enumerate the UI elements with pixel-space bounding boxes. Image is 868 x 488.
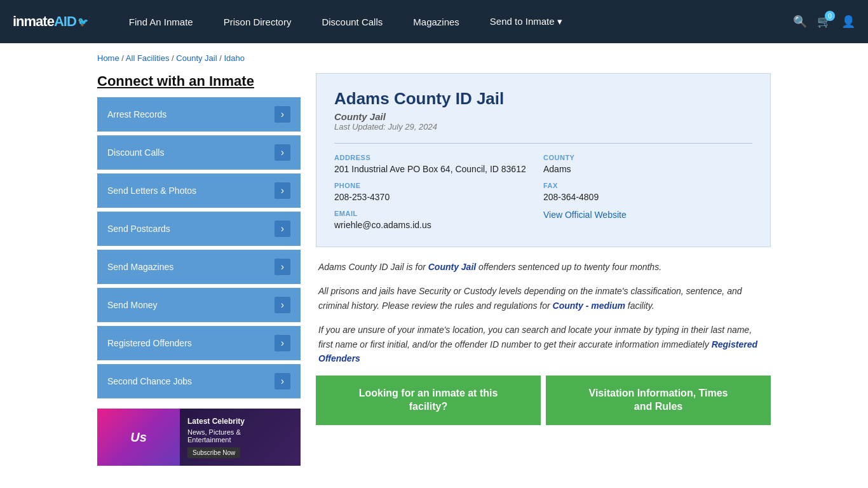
sidebar-btn-label: Arrest Records	[107, 109, 166, 119]
search-icon[interactable]: 🔍	[793, 15, 807, 29]
sidebar-btn-arrow-icon: ›	[275, 259, 290, 275]
breadcrumb-home[interactable]: Home	[97, 53, 119, 63]
phone-label: PHONE	[334, 182, 543, 189]
facility-title: Adams County ID Jail	[334, 89, 752, 109]
county-medium-link[interactable]: County - medium	[553, 301, 625, 311]
desc-para2-after: facility.	[625, 301, 654, 311]
sidebar-btn-arrow-icon: ›	[275, 106, 290, 123]
sidebar-ad[interactable]: Us Latest Celebrity News, Pictures & Ent…	[97, 409, 301, 466]
sidebar-ad-text: Latest Celebrity News, Pictures & Entert…	[180, 412, 252, 463]
facility-col-right: COUNTY Adams FAX 208-364-4809 View Offic…	[543, 154, 752, 231]
logo-inmate: inmate	[13, 13, 54, 29]
fax-value: 208-364-4809	[543, 192, 752, 202]
desc-para2: All prisons and jails have Security or C…	[318, 284, 768, 313]
right-content: Adams County ID Jail County Jail Last Up…	[316, 73, 771, 466]
email-value: wriehle@co.adams.id.us	[334, 220, 543, 230]
desc-para3: If you are unsure of your inmate's locat…	[318, 323, 768, 365]
facility-updated: Last Updated: July 29, 2024	[334, 122, 752, 132]
county-jail-link[interactable]: County Jail	[428, 262, 476, 272]
sidebar-btn-arrow-icon: ›	[275, 373, 290, 390]
sidebar-btn-arrow-icon: ›	[275, 220, 290, 237]
sidebar-btn-second-chance[interactable]: Second Chance Jobs ›	[97, 364, 301, 398]
sidebar-btn-registered-offenders[interactable]: Registered Offenders ›	[97, 326, 301, 360]
cart-icon[interactable]: 🛒 0	[817, 15, 831, 29]
breadcrumb-all-facilities[interactable]: All Facilities	[126, 53, 170, 63]
sidebar-ad-line3: Entertainment	[187, 436, 245, 444]
nav-prison-directory[interactable]: Prison Directory	[208, 0, 307, 43]
visitation-information-button[interactable]: Visitation Information, Times and Rules	[546, 376, 771, 425]
sidebar-btn-send-money[interactable]: Send Money ›	[97, 288, 301, 322]
email-label: EMAIL	[334, 210, 543, 217]
navbar: inmateAID 🐦 Find An Inmate Prison Direct…	[0, 0, 868, 43]
sidebar-btn-label: Send Magazines	[107, 262, 173, 272]
user-icon[interactable]: 👤	[841, 15, 855, 29]
facility-col-left: ADDRESS 201 Industrial Ave PO Box 64, Co…	[334, 154, 543, 231]
btn1-line2: facility?	[409, 401, 447, 412]
sidebar-ad-line1: Latest Celebrity	[187, 417, 245, 426]
logo[interactable]: inmateAID 🐦	[13, 13, 88, 30]
sidebar-btn-send-letters[interactable]: Send Letters & Photos ›	[97, 173, 301, 208]
sidebar: Connect with an Inmate Arrest Records › …	[97, 73, 301, 466]
sidebar-title: Connect with an Inmate	[97, 73, 301, 90]
facility-card: Adams County ID Jail County Jail Last Up…	[316, 73, 771, 247]
btn1-line1: Looking for an inmate at this	[359, 388, 498, 398]
btn2-line1: Visitation Information, Times	[589, 388, 728, 398]
nav-links: Find An Inmate Prison Directory Discount…	[114, 0, 793, 43]
address-value: 201 Industrial Ave PO Box 64, Council, I…	[334, 164, 543, 174]
breadcrumb-county-jail[interactable]: County Jail	[176, 53, 217, 63]
sidebar-btn-arrow-icon: ›	[275, 144, 290, 161]
sidebar-btn-label: Send Money	[107, 300, 158, 310]
sidebar-btn-label: Send Postcards	[107, 224, 170, 234]
nav-find-inmate[interactable]: Find An Inmate	[114, 0, 208, 43]
page-wrapper: Home / All Facilities / County Jail / Id…	[85, 43, 783, 476]
facility-type: County Jail	[334, 111, 752, 122]
desc-para1-before: Adams County ID Jail is for	[318, 262, 428, 272]
sidebar-btn-arrow-icon: ›	[275, 182, 290, 199]
sidebar-ad-image: Us	[97, 409, 180, 466]
fax-label: FAX	[543, 182, 752, 189]
sidebar-btn-arrow-icon: ›	[275, 335, 290, 351]
main-layout: Connect with an Inmate Arrest Records › …	[97, 73, 771, 466]
county-label: COUNTY	[543, 154, 752, 161]
sidebar-btn-label: Second Chance Jobs	[107, 376, 192, 386]
sidebar-ad-subscribe-button[interactable]: Subscribe Now	[187, 447, 240, 458]
sidebar-btn-arrow-icon: ›	[275, 297, 290, 313]
nav-discount-calls[interactable]: Discount Calls	[306, 0, 398, 43]
sidebar-btn-label: Discount Calls	[107, 147, 164, 158]
sidebar-ad-line2: News, Pictures &	[187, 428, 245, 436]
phone-value: 208-253-4370	[334, 192, 543, 202]
facility-details: ADDRESS 201 Industrial Ave PO Box 64, Co…	[334, 143, 752, 231]
logo-aid: AID	[54, 13, 76, 29]
btn2-line2: and Rules	[634, 401, 682, 412]
bottom-buttons: Looking for an inmate at this facility? …	[316, 376, 771, 425]
description: Adams County ID Jail is for County Jail …	[316, 260, 771, 365]
desc-para1-after: offenders sentenced up to twenty four mo…	[476, 262, 661, 272]
address-label: ADDRESS	[334, 154, 543, 161]
logo-text: inmateAID	[13, 13, 76, 30]
nav-icons: 🔍 🛒 0 👤	[793, 15, 855, 29]
sidebar-btn-arrest-records[interactable]: Arrest Records ›	[97, 97, 301, 132]
logo-bird-icon: 🐦	[78, 17, 88, 27]
breadcrumb-state[interactable]: Idaho	[224, 53, 245, 63]
cart-badge: 0	[825, 11, 835, 21]
sidebar-btn-send-postcards[interactable]: Send Postcards ›	[97, 212, 301, 246]
breadcrumb: Home / All Facilities / County Jail / Id…	[97, 53, 771, 63]
sidebar-btn-label: Registered Offenders	[107, 338, 192, 348]
sidebar-btn-discount-calls[interactable]: Discount Calls ›	[97, 135, 301, 170]
view-official-website-link[interactable]: View Official Website	[543, 210, 627, 220]
desc-para1: Adams County ID Jail is for County Jail …	[318, 260, 768, 274]
county-value: Adams	[543, 164, 752, 174]
desc-para3-before: If you are unsure of your inmate's locat…	[318, 325, 752, 349]
nav-send-to-inmate[interactable]: Send to Inmate ▾	[475, 0, 578, 43]
desc-para2-before: All prisons and jails have Security or C…	[318, 286, 742, 310]
nav-magazines[interactable]: Magazines	[398, 0, 475, 43]
sidebar-btn-label: Send Letters & Photos	[107, 186, 196, 196]
looking-for-inmate-button[interactable]: Looking for an inmate at this facility?	[316, 376, 541, 425]
sidebar-btn-send-magazines[interactable]: Send Magazines ›	[97, 250, 301, 284]
